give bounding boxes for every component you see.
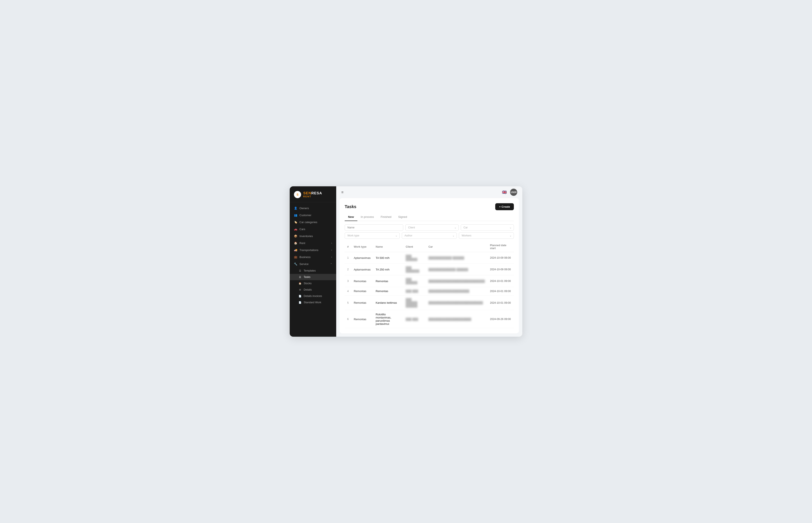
cell-num: 1 xyxy=(345,252,351,264)
name-filter[interactable] xyxy=(345,224,403,231)
stocks-icon: 🏠 xyxy=(299,282,301,285)
table-row[interactable]: 4 Remontas Remontas ███ ███ ████████████… xyxy=(345,287,514,295)
cell-name: Remontas xyxy=(373,287,403,295)
worktype-filter[interactable]: Work type xyxy=(345,232,400,239)
cell-client: ███ ███ xyxy=(403,287,426,295)
cell-car: ██████████████ ██████ xyxy=(426,264,487,275)
cell-worktype: Remontas xyxy=(351,310,373,328)
panel-header: Tasks + Create xyxy=(345,203,514,210)
sidebar-subitem-stocks[interactable]: 🏠 Stocks xyxy=(290,280,336,287)
cell-worktype: Remontas xyxy=(351,287,373,295)
cell-car: █████████████████████ xyxy=(426,287,487,295)
cell-client: ███ ██████ xyxy=(403,275,426,287)
inventories-icon: 📦 xyxy=(294,235,297,238)
cell-date: 2024-10-01 09:00 xyxy=(487,275,514,287)
sidebar-item-car-categories[interactable]: 🏷️ Car categories xyxy=(290,219,336,226)
author-filter[interactable]: Author xyxy=(402,232,457,239)
col-date: Planned date start xyxy=(487,242,514,252)
workers-filter[interactable]: Workers xyxy=(459,232,514,239)
details-invoices-icon: 📄 xyxy=(299,295,301,297)
sidebar-logo: S SENRESA RENT xyxy=(290,186,336,202)
sidebar-subitem-label: Standard Work xyxy=(304,301,321,304)
sidebar-item-business[interactable]: 💼 Business › xyxy=(290,254,336,260)
sidebar-item-service[interactable]: 🔧 Service ⌃ xyxy=(290,260,336,268)
cars-icon: 🚗 xyxy=(294,228,297,231)
sidebar-subitem-tasks[interactable]: ☰ Tasks xyxy=(290,274,336,280)
cell-car: ████████████ ██████ xyxy=(426,252,487,264)
sidebar-subitem-templates[interactable]: ☰ Templates xyxy=(290,268,336,274)
sidebar-subitem-details[interactable]: ⚙ Details xyxy=(290,287,336,293)
page-title: Tasks xyxy=(345,204,356,209)
sidebar-item-label: Cars xyxy=(299,228,305,231)
table-row[interactable]: 6 Remontas Rototilto montavimas, paruoši… xyxy=(345,310,514,328)
cell-worktype: Aptarnavimas xyxy=(351,252,373,264)
cell-date: 2024-10-01 09:00 xyxy=(487,295,514,310)
col-car: Car xyxy=(426,242,487,252)
cell-date: 2024-09-26 09:00 xyxy=(487,310,514,328)
cell-name: TA 500 m/h xyxy=(373,252,403,264)
table-row[interactable]: 5 Remontas Kardano keitimas ███ ██████ █… xyxy=(345,295,514,310)
sidebar-item-label: Owners xyxy=(299,206,309,210)
rent-icon: 🏠 xyxy=(294,241,297,245)
sidebar-subitem-label: Details xyxy=(304,288,312,291)
cell-num: 4 xyxy=(345,287,351,295)
sidebar-subitem-details-invoices[interactable]: 📄 Details invoices xyxy=(290,293,336,299)
chevron-up-icon: ⌃ xyxy=(330,263,332,265)
tab-in-process[interactable]: In process xyxy=(357,214,377,221)
user-avatar[interactable]: USER xyxy=(510,188,517,196)
top-bar: ≡ 🇬🇧 USER xyxy=(336,186,522,198)
table-row[interactable]: 1 Aptarnavimas TA 500 m/h ███ ██████ ███… xyxy=(345,252,514,264)
col-worktype: Work type xyxy=(351,242,373,252)
cell-date: 2024-10-01 09:00 xyxy=(487,287,514,295)
chevron-down-icon: › xyxy=(331,249,332,251)
cell-num: 3 xyxy=(345,275,351,287)
sidebar-item-customer[interactable]: 👥 Customer xyxy=(290,212,336,219)
col-name: Name xyxy=(373,242,403,252)
sidebar-item-label: Rent xyxy=(299,241,305,245)
cell-worktype: Aptarnavimas xyxy=(351,264,373,275)
chevron-down-icon: › xyxy=(331,242,332,244)
cell-client: ███ ██████ xyxy=(403,252,426,264)
create-button[interactable]: + Create xyxy=(495,203,514,210)
client-filter[interactable]: Client xyxy=(405,224,458,231)
sidebar-subitem-label: Details invoices xyxy=(304,294,322,297)
col-num: # xyxy=(345,242,351,252)
owners-icon: 👤 xyxy=(294,206,297,210)
filters-row-2: Work type Author Workers xyxy=(345,232,514,239)
lang-flag[interactable]: 🇬🇧 xyxy=(501,189,508,195)
sidebar-item-label: Car categories xyxy=(299,221,317,224)
main-area: ≡ 🇬🇧 USER Tasks + Create New In process … xyxy=(336,186,522,337)
tab-finished[interactable]: Finished xyxy=(377,214,395,221)
car-filter[interactable]: Car xyxy=(461,224,514,231)
tab-new[interactable]: New xyxy=(345,214,357,221)
sidebar-item-label: Inventories xyxy=(299,235,313,238)
transportations-icon: 🚚 xyxy=(294,249,297,252)
service-icon: 🔧 xyxy=(294,263,297,266)
cell-worktype: Remontas xyxy=(351,295,373,310)
table-row[interactable]: 3 Remontas Remontas ███ ██████ █████████… xyxy=(345,275,514,287)
menu-icon[interactable]: ≡ xyxy=(341,190,344,195)
cell-car: █████████████████████████████ xyxy=(426,275,487,287)
logo-sub: RENT xyxy=(303,195,322,198)
cell-name: Rototilto montavimas, paruošimas pardavi… xyxy=(373,310,403,328)
tab-signed[interactable]: Signed xyxy=(395,214,410,221)
sidebar-item-rent[interactable]: 🏠 Rent › xyxy=(290,240,336,247)
table-row[interactable]: 2 Aptarnavimas TA 250 m/h ███ ███████ ██… xyxy=(345,264,514,275)
sidebar-item-transportations[interactable]: 🚚 Transportations › xyxy=(290,247,336,254)
sidebar-item-inventories[interactable]: 📦 Inventories xyxy=(290,233,336,240)
sidebar-subitem-standard-work[interactable]: 📄 Standard Work xyxy=(290,299,336,306)
sidebar-subitem-label: Stocks xyxy=(304,282,312,285)
app-container: S SENRESA RENT 👤 Owners 👥 Customer 🏷️ Ca… xyxy=(290,186,522,337)
sidebar-item-cars[interactable]: 🚗 Cars xyxy=(290,226,336,233)
sidebar-item-owners[interactable]: 👤 Owners xyxy=(290,205,336,212)
logo-name: SENRESA xyxy=(303,192,322,195)
tasks-table: # Work type Name Client Car Planned date… xyxy=(345,242,514,328)
cell-date: 2024-10-09 08:00 xyxy=(487,252,514,264)
sidebar-item-label: Service xyxy=(299,263,309,266)
car-categories-icon: 🏷️ xyxy=(294,221,297,224)
cell-client: ███ ███ xyxy=(403,310,426,328)
author-filter-wrap: Author xyxy=(402,232,457,239)
sidebar-subitem-label: Tasks xyxy=(304,275,310,278)
col-client: Client xyxy=(403,242,426,252)
cell-client: ███ ███████ xyxy=(403,264,426,275)
